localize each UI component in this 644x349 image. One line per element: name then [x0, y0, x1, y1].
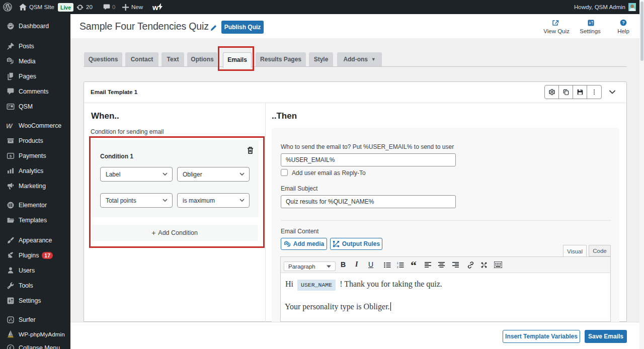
svg-text:1: 1: [397, 262, 398, 265]
svg-text:W: W: [7, 122, 13, 130]
svg-text:$: $: [10, 154, 12, 158]
svg-text:?: ?: [622, 20, 624, 25]
svg-text:2: 2: [397, 266, 398, 269]
